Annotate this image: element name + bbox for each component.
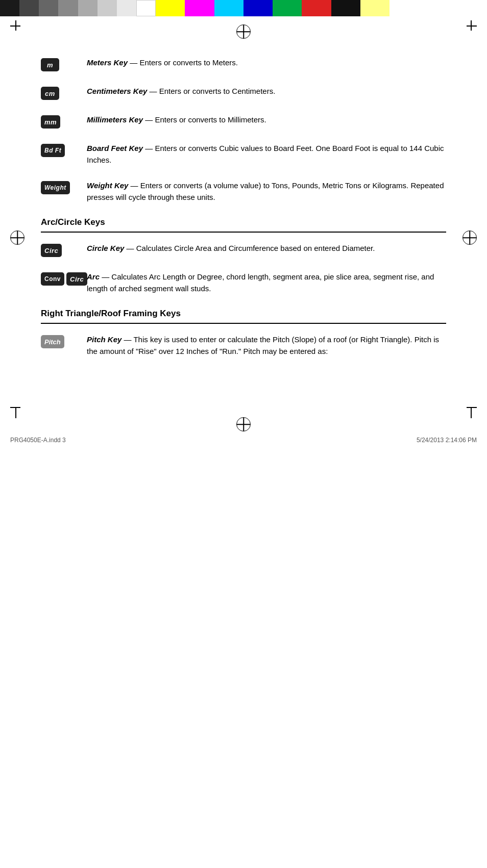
millimeters-key-description: Enters or converts to Millimeters. bbox=[155, 115, 266, 124]
tick-tl2 bbox=[15, 20, 16, 31]
arc-sep: — bbox=[100, 272, 111, 281]
color-seg-green bbox=[273, 0, 302, 16]
color-seg-yellow bbox=[156, 0, 185, 16]
arc-circ-badge: Circ bbox=[66, 272, 87, 286]
color-bar bbox=[0, 0, 487, 16]
bottom-reg-row bbox=[0, 407, 487, 437]
color-seg-8 bbox=[136, 0, 156, 16]
color-seg-4 bbox=[58, 0, 78, 16]
meters-key-desc: Meters Key — Enters or converts to Meter… bbox=[87, 57, 446, 69]
color-seg-6 bbox=[98, 0, 117, 16]
centimeters-key-badge: cm bbox=[41, 87, 59, 100]
boardfeet-key-badge: Bd Ft bbox=[41, 144, 65, 157]
pitch-key-desc: Pitch Key — This key is used to enter or… bbox=[87, 334, 446, 357]
tick-br2 bbox=[471, 408, 472, 418]
circle-key-desc: Circle Key — Calculates Circle Area and … bbox=[87, 243, 446, 254]
millimeters-key-badge: mm bbox=[41, 115, 60, 129]
millimeters-key-desc: Millimeters Key — Enters or converts to … bbox=[87, 114, 446, 126]
centimeters-key-icon-col: cm bbox=[41, 86, 87, 100]
pitch-key-badge: Pitch bbox=[41, 335, 64, 348]
boardfeet-key-name: Board Feet Key bbox=[87, 144, 143, 152]
color-seg-lightyellow bbox=[360, 0, 389, 16]
main-content: m Meters Key — Enters or converts to Met… bbox=[0, 47, 487, 387]
meters-key-description: Enters or converts to Meters. bbox=[139, 58, 238, 67]
millimeters-key-row: mm Millimeters Key — Enters or converts … bbox=[41, 114, 446, 129]
registration-mark-bottom bbox=[236, 417, 251, 431]
registration-mark-top bbox=[236, 24, 251, 39]
circle-key-description: Calculates Circle Area and Circumference… bbox=[136, 244, 375, 252]
boardfeet-key-row: Bd Ft Board Feet Key — Enters or convert… bbox=[41, 143, 446, 166]
reg-marks-top bbox=[0, 16, 487, 47]
color-seg-7 bbox=[117, 0, 136, 16]
arc-key-row: Conv Circ Arc — Calculates Arc Length or… bbox=[41, 271, 446, 294]
boardfeet-key-desc: Board Feet Key — Enters or converts Cubi… bbox=[87, 143, 446, 166]
arc-circle-divider bbox=[41, 232, 446, 233]
circle-key-badge: Circ bbox=[41, 244, 62, 257]
reg-mark-right bbox=[462, 231, 477, 245]
centimeters-key-row: cm Centimeters Key — Enters or converts … bbox=[41, 86, 446, 100]
circle-sep: — bbox=[124, 244, 136, 252]
pitch-sep: — bbox=[121, 335, 133, 344]
color-seg-3 bbox=[39, 0, 58, 16]
pitch-key-icon-col: Pitch bbox=[41, 334, 87, 348]
circle-key-row: Circ Circle Key — Calculates Circle Area… bbox=[41, 243, 446, 257]
color-seg-2 bbox=[19, 0, 39, 16]
weight-key-badge: Weight bbox=[41, 181, 70, 194]
right-triangle-divider bbox=[41, 323, 446, 324]
footer-row: PRG4050E-A.indd 3 5/24/2013 2:14:06 PM bbox=[0, 437, 487, 449]
right-triangle-section: Right Triangle/Roof Framing Keys Pitch P… bbox=[41, 309, 446, 357]
arc-key-badge-group: Conv Circ bbox=[41, 272, 87, 286]
color-seg-magenta bbox=[185, 0, 214, 16]
pitch-key-row: Pitch Pitch Key — This key is used to en… bbox=[41, 334, 446, 357]
centimeters-key-desc: Centimeters Key — Enters or converts to … bbox=[87, 86, 446, 97]
color-seg-cyan bbox=[214, 0, 243, 16]
tick-br bbox=[467, 407, 477, 408]
boardfeet-sep: — bbox=[143, 144, 155, 152]
tick-bl2 bbox=[15, 408, 16, 418]
bottom-area: PRG4050E-A.indd 3 5/24/2013 2:14:06 PM bbox=[0, 407, 487, 449]
color-seg-fill bbox=[389, 0, 487, 16]
meters-key-icon-col: m bbox=[41, 57, 87, 71]
centimeters-key-name: Centimeters Key bbox=[87, 87, 147, 95]
weight-key-description: Enters or converts (a volume value) to T… bbox=[87, 181, 444, 201]
right-triangle-heading: Right Triangle/Roof Framing Keys bbox=[41, 309, 446, 319]
arc-circle-section: Arc/Circle Keys Circ Circle Key — Calcul… bbox=[41, 217, 446, 294]
tick-tr bbox=[467, 25, 477, 27]
circle-key-icon-col: Circ bbox=[41, 243, 87, 257]
circle-key-name: Circle Key bbox=[87, 244, 124, 252]
color-seg-black bbox=[331, 0, 360, 16]
tick-tr2 bbox=[471, 20, 472, 31]
meters-key-row: m Meters Key — Enters or converts to Met… bbox=[41, 57, 446, 71]
arc-key-desc: Arc — Calculates Arc Length or Degree, c… bbox=[87, 271, 446, 294]
millimeters-sep: — bbox=[143, 115, 155, 124]
reg-mark-left bbox=[10, 231, 25, 245]
weight-sep: — bbox=[128, 181, 140, 190]
weight-key-icon-col: Weight bbox=[41, 180, 87, 194]
weight-key-name: Weight Key bbox=[87, 181, 128, 190]
pitch-key-description: This key is used to enter or calculate t… bbox=[87, 335, 439, 355]
color-seg-red bbox=[302, 0, 331, 16]
meters-sep: — bbox=[128, 58, 139, 67]
footer-left-text: PRG4050E-A.indd 3 bbox=[10, 437, 66, 444]
arc-conv-badge: Conv bbox=[41, 272, 64, 286]
pitch-key-name: Pitch Key bbox=[87, 335, 121, 344]
millimeters-key-icon-col: mm bbox=[41, 114, 87, 129]
weight-key-row: Weight Weight Key — Enters or converts (… bbox=[41, 180, 446, 203]
boardfeet-key-icon-col: Bd Ft bbox=[41, 143, 87, 157]
meters-key-badge: m bbox=[41, 58, 59, 71]
arc-key-description: Calculates Arc Length or Degree, chord l… bbox=[87, 272, 434, 293]
arc-key-icon-col: Conv Circ bbox=[41, 271, 87, 286]
arc-key-name: Arc bbox=[87, 272, 100, 281]
meters-key-name: Meters Key bbox=[87, 58, 128, 67]
millimeters-key-name: Millimeters Key bbox=[87, 115, 143, 124]
centimeters-key-description: Enters or converts to Centimeters. bbox=[159, 87, 276, 95]
arc-circle-heading: Arc/Circle Keys bbox=[41, 217, 446, 227]
color-seg-5 bbox=[78, 0, 98, 16]
centimeters-sep: — bbox=[147, 87, 159, 95]
color-seg-blue bbox=[243, 0, 273, 16]
footer-right-text: 5/24/2013 2:14:06 PM bbox=[417, 437, 477, 444]
weight-key-desc: Weight Key — Enters or converts (a volum… bbox=[87, 180, 446, 203]
color-seg-1 bbox=[0, 0, 19, 16]
